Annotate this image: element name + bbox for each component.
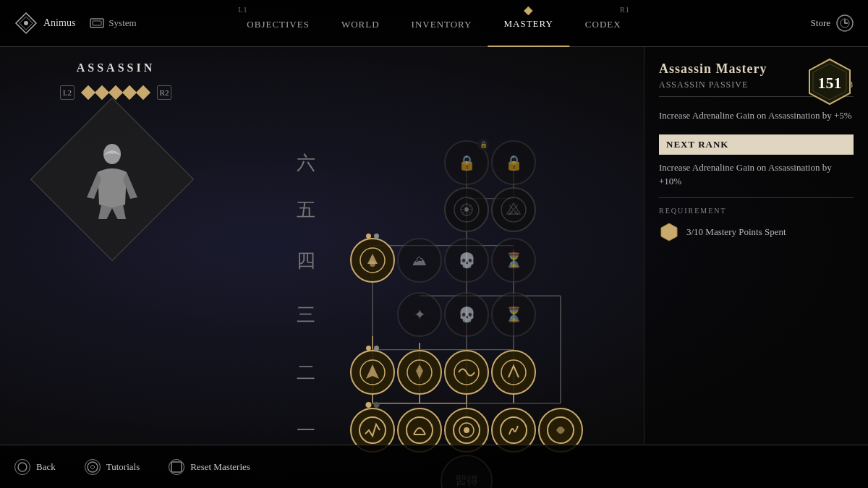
reset-label: Reset Masteries (190, 461, 250, 473)
node-6-3[interactable]: 🔒 🔒 (444, 140, 489, 185)
nav-inventory-label: Inventory (412, 19, 472, 30)
nav-mastery-label: Mastery (503, 18, 553, 30)
assassin-portrait-container (54, 121, 177, 244)
rank-next-btn[interactable]: R2 (157, 85, 171, 100)
tutorials-action[interactable]: Tutorials (85, 459, 140, 475)
node-5-4-icon (500, 196, 527, 223)
bottom-bar: Back Tutorials Reset Masteries (0, 445, 868, 488)
kanji-4: 四 (297, 248, 315, 273)
rank-diamond-1 (81, 85, 95, 100)
tree-container: 六 五 四 三 二 一 🔒 🔒 🔒 ☀ ⚔ (286, 54, 590, 430)
node-2-2[interactable] (397, 350, 442, 395)
rank-diamond-5 (136, 85, 150, 100)
svg-marker-45 (416, 364, 423, 379)
node-2-3[interactable] (444, 350, 489, 395)
kanji-5: 五 (297, 197, 315, 223)
rank-prev-btn[interactable]: L2 (60, 85, 75, 100)
kanji-6: 六 (297, 150, 315, 176)
node-2-1[interactable] (350, 350, 395, 395)
rank-dots-row: L2 R2 (60, 85, 171, 100)
nav-inventory[interactable]: Inventory (396, 0, 488, 47)
nav-codex[interactable]: Codex R1 (569, 0, 637, 47)
current-rank-desc: Increase Adrenaline Gain on Assassinatio… (659, 108, 854, 123)
system-item[interactable]: System (90, 17, 136, 29)
rank-diamonds (77, 87, 154, 98)
next-rank-desc: Increase Adrenaline Gain on Assassinatio… (659, 160, 854, 189)
main-content: ASSASSIN L2 R2 (0, 47, 868, 445)
tutorials-label: Tutorials (106, 461, 140, 473)
node-4-3[interactable]: 💀 (444, 238, 489, 283)
divider (659, 197, 854, 198)
node-2-1-icon (359, 359, 386, 386)
nav-objectives[interactable]: L1 Objectives (231, 0, 326, 47)
current-rank-section: Increase Adrenaline Gain on Assassinatio… (659, 108, 854, 123)
node-5-4-b[interactable] (491, 187, 536, 232)
requirement-item: 3/10 Mastery Points Spent (659, 222, 854, 242)
node-3-2[interactable]: ✦ (397, 292, 442, 337)
rank-diamond-4 (122, 85, 137, 100)
nav-right: Store (811, 14, 854, 32)
node-2-4-icon (500, 359, 527, 386)
requirement-text: 3/10 Mastery Points Spent (686, 226, 786, 238)
kanji-1: 一 (297, 418, 315, 443)
assassin-title: ASSASSIN (77, 61, 155, 74)
node-2-3-icon (453, 359, 480, 386)
animus-brand: Animus (14, 12, 75, 35)
circle-btn-icon (17, 462, 27, 472)
node-2-4[interactable] (491, 350, 536, 395)
assassin-portrait (30, 98, 194, 261)
svg-point-47 (501, 360, 526, 385)
node-6-4[interactable]: 🔒 (491, 140, 536, 185)
mastery-points-container: 151 (804, 56, 855, 110)
svg-point-62 (88, 462, 98, 472)
tutorials-icon (87, 461, 98, 473)
store-label: Store (811, 17, 830, 29)
svg-point-61 (18, 463, 27, 471)
node-4-2[interactable]: ⛰ (397, 238, 442, 283)
reset-btn-icon (169, 459, 184, 475)
node-4-1-icon (359, 247, 386, 274)
nav-center: L1 Objectives World Inventory Mastery Co… (231, 0, 637, 47)
svg-rect-63 (171, 462, 182, 472)
mastery-diamond-icon (524, 6, 534, 16)
svg-marker-5 (524, 7, 533, 15)
nav-world[interactable]: World (326, 0, 396, 47)
nav-codex-label: Codex (585, 19, 621, 30)
requirement-hex-icon (659, 222, 679, 242)
svg-rect-4 (93, 21, 101, 25)
node-3-4[interactable]: ⏳ (491, 292, 536, 337)
store-icon (836, 14, 854, 32)
node-1-1-icon (358, 416, 387, 445)
node-5-3-icon (453, 196, 480, 223)
reset-action[interactable]: Reset Masteries (169, 459, 250, 475)
svg-point-42 (370, 261, 375, 267)
assassin-figure (61, 129, 163, 230)
animus-label: Animus (43, 17, 75, 29)
node-5-3-b[interactable] (444, 187, 489, 232)
svg-point-49 (407, 417, 433, 443)
requirement-label: REQUIREMENT (659, 207, 854, 215)
node-3-3[interactable]: 💀 (444, 292, 489, 337)
node-4-1[interactable] (350, 238, 395, 283)
svg-point-2 (24, 21, 28, 25)
mastery-points-value: 151 (818, 74, 842, 93)
animus-icon (14, 12, 38, 35)
node-1-2-icon (405, 416, 434, 445)
reset-icon (171, 461, 182, 473)
skill-tree: 六 五 四 三 二 一 🔒 🔒 🔒 ☀ ⚔ (231, 47, 644, 445)
kanji-2: 二 (297, 360, 315, 385)
node-2-2-icon (406, 359, 433, 386)
node-4-4[interactable]: ⏳ (491, 238, 536, 283)
kanji-3: 三 (297, 302, 315, 328)
svg-marker-60 (661, 223, 677, 241)
nav-mastery[interactable]: Mastery (488, 0, 569, 47)
nav-objectives-label: Objectives (247, 19, 310, 30)
back-action[interactable]: Back (14, 459, 56, 475)
passive-label: Assassin Passive (659, 80, 748, 90)
back-label: Back (36, 461, 56, 473)
tutorials-btn-icon (85, 459, 101, 475)
rank-diamond-2 (95, 85, 109, 100)
svg-point-59 (501, 197, 526, 222)
top-navigation: Animus System L1 Objectives World Invent… (0, 0, 868, 47)
back-btn-icon (14, 459, 30, 475)
